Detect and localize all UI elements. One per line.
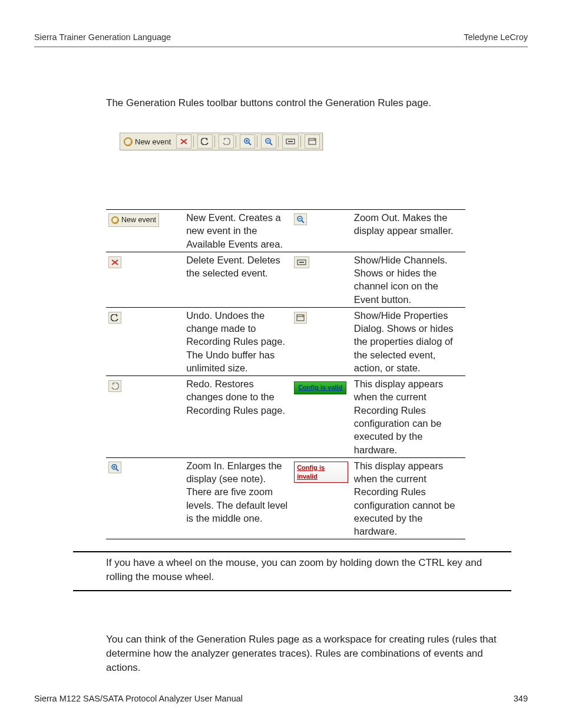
undo-button[interactable] (197, 134, 213, 149)
intro-text: The Generation Rules toolbar buttons con… (106, 97, 528, 109)
footer-page-number: 349 (514, 694, 528, 703)
redo-button[interactable] (219, 134, 234, 149)
zoom-out-button[interactable] (261, 134, 276, 149)
toolbar-separator (214, 136, 215, 147)
header-left: Sierra Trainer Generation Language (34, 32, 171, 42)
svg-point-19 (302, 315, 304, 317)
properties-toggle-button[interactable] (305, 134, 320, 149)
new-event-cell-label: New event (121, 215, 156, 225)
redo-desc: Redo. Restores changes done to the Recor… (184, 376, 292, 458)
zoom-in-desc: Zoom In. Enlarges the display (see note)… (184, 457, 292, 539)
toolbar-separator (278, 136, 279, 147)
new-event-cell-icon: New event (108, 213, 159, 227)
config-valid-badge: Config is valid (294, 381, 346, 394)
redo-cell-icon (108, 380, 121, 392)
page-footer: Sierra M122 SAS/SATA Protocol Analyzer U… (34, 694, 528, 703)
zoom-out-desc: Zoom Out. Makes the display appear small… (352, 210, 465, 252)
zoom-in-cell-icon (108, 462, 121, 473)
header-right: Teledyne LeCroy (464, 32, 528, 42)
undo-cell-icon (108, 312, 121, 324)
zoom-in-button[interactable] (240, 134, 255, 149)
delete-event-button[interactable] (176, 134, 191, 149)
toolbar-separator (236, 136, 236, 147)
generation-rules-toolbar: New event (120, 133, 323, 150)
config-invalid-desc: This display appears when the current Re… (352, 457, 465, 539)
svg-rect-16 (299, 262, 304, 263)
svg-line-1 (249, 143, 251, 145)
svg-line-5 (270, 143, 272, 145)
new-event-desc: New Event. Creates a new event in the Av… (184, 210, 292, 252)
zoom-out-cell-icon (294, 213, 307, 225)
channels-cell-icon (294, 256, 309, 268)
footer-left: Sierra M122 SAS/SATA Protocol Analyzer U… (34, 694, 243, 703)
properties-cell-icon (294, 312, 307, 324)
svg-line-21 (116, 469, 118, 471)
toolbar-separator (193, 136, 194, 147)
ring-icon (111, 216, 119, 224)
properties-desc: Show/Hide Properties Dialog. Shows or hi… (352, 307, 465, 375)
toolbar-separator (300, 136, 301, 147)
workspace-paragraph: You can think of the Generation Rules pa… (106, 633, 511, 674)
delete-event-cell-icon (108, 256, 121, 268)
svg-rect-8 (288, 141, 293, 142)
note-text: If you have a wheel on the mouse, you ca… (106, 556, 511, 584)
config-valid-desc: This display appears when the current Re… (352, 376, 465, 458)
channels-toggle-button[interactable] (282, 134, 299, 149)
toolbar-description-table: New event New Event. Creates a new event… (106, 209, 528, 539)
page-header: Sierra Trainer Generation Language Teled… (34, 32, 528, 47)
config-invalid-badge: Config is invalid (294, 462, 348, 483)
svg-point-11 (314, 139, 316, 140)
new-event-tool-label: New event (135, 137, 171, 146)
mouse-wheel-note: If you have a wheel on the mouse, you ca… (73, 551, 511, 591)
ring-icon (124, 137, 133, 146)
delete-event-desc: Delete Event. Deletes the selected event… (184, 252, 292, 307)
document-page: Sierra Trainer Generation Language Teled… (0, 0, 562, 728)
undo-desc: Undo. Undoes the change made to Recordin… (184, 307, 292, 375)
svg-line-13 (302, 220, 304, 223)
channels-desc: Show/Hide Channels. Shows or hides the c… (352, 252, 465, 307)
toolbar-separator (257, 136, 257, 147)
